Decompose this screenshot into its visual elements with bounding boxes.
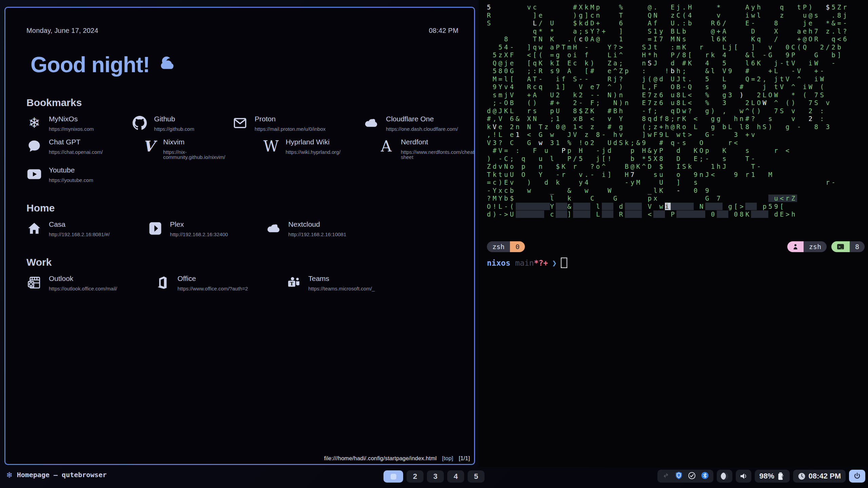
bookmark-title: Chat GPT xyxy=(49,138,103,145)
bookmark-title: Teams xyxy=(308,275,375,282)
bookmark-url: https://www.office.com/?auth=2 xyxy=(177,286,248,291)
matrix-row: ;-OB () #+ 2- F; N)n E7z6 u8L< % 3 2LOW … xyxy=(487,99,849,107)
date-label: Monday, June 17, 2024 xyxy=(26,27,98,35)
tile-row: Outlookhttps://outlook.office.com/mail/O… xyxy=(26,275,458,291)
nixos-icon: ❄ xyxy=(26,115,42,131)
matrix-row: Q@je [qK kI Ec k) Za; nSJ d #K 4 5 l6K j… xyxy=(487,59,849,67)
bookmark-title: Office xyxy=(177,275,248,282)
workspace-switcher: 2345 xyxy=(383,470,485,483)
svg-text:>_: >_ xyxy=(839,245,843,249)
section-title: Bookmarks xyxy=(26,97,458,108)
youtube-icon xyxy=(26,166,42,182)
matrix-row: =c)Ev ) d k y4 -yM U ] s r- xyxy=(487,179,849,187)
office-icon xyxy=(155,275,171,290)
bookmark-title: Casa xyxy=(49,221,110,228)
plex-icon xyxy=(147,221,163,236)
section-title: Home xyxy=(26,202,458,214)
volume-button[interactable] xyxy=(736,470,751,483)
clock-label: 08:42 PM xyxy=(809,472,841,481)
bookmark-sections: Bookmarks❄MyNixOshttps://mynixos.comGith… xyxy=(26,97,458,291)
section-home: HomeCasahttp://192.168.2.16:8081/#/Plexh… xyxy=(26,202,458,237)
qutebrowser-window: Monday, June 17, 2024 08:42 PM Good nigh… xyxy=(4,7,475,465)
check-circle-icon[interactable] xyxy=(688,472,696,481)
statusbar-scroll-position: [top] xyxy=(442,455,453,461)
taskbar-tray-area: 98% 08:42 PM xyxy=(657,470,865,483)
battery-status[interactable]: 98% xyxy=(755,470,790,483)
bookmark-github[interactable]: Githubhttps://github.com xyxy=(132,115,194,131)
bookmark-title: Youtube xyxy=(49,166,93,174)
matrix-row: -Yxcb w _ & w W _lK - 0 9 xyxy=(487,187,849,195)
workspace-button-3[interactable]: 3 xyxy=(427,470,444,483)
bookmark-url: http://192.168.2.16:32400 xyxy=(170,232,228,237)
bookmark-url: https://one.dash.cloudflare.com/ xyxy=(386,126,458,131)
terminal-tab-zsh[interactable]: zsh 0 xyxy=(487,241,525,252)
matrix-rain-output: 5 vc #XkMp % @. Ej.H * Ayh q tP) $5ZrR ]… xyxy=(487,3,849,219)
bookmark-title: MyNixOs xyxy=(49,115,94,122)
bluetooth-icon[interactable] xyxy=(701,471,709,481)
bookmark-title: Plex xyxy=(170,221,228,228)
font-a-icon: A xyxy=(378,138,394,154)
bookmark-nixvim[interactable]: VNixvimhttps://nix-community.github.io/n… xyxy=(141,138,225,160)
matrix-row: 8 TN K .(c0A@ 1 =I7 MNs l6K Kq / +@OR q<… xyxy=(487,35,849,43)
bookmark-title: Outlook xyxy=(49,275,117,282)
startpage: Monday, June 17, 2024 08:42 PM Good nigh… xyxy=(5,8,474,291)
terminal-cursor xyxy=(561,258,567,268)
workspace-button-5[interactable]: 5 xyxy=(468,470,485,483)
github-icon xyxy=(132,115,147,131)
moon-cloud-icon xyxy=(157,56,178,74)
bookmark-title: Github xyxy=(154,115,194,122)
bookmark-nerdfont[interactable]: ANerdfonthttps://www.nerdfonts.com/cheat… xyxy=(378,138,475,160)
terminal-status-right: zsh>_8 xyxy=(787,241,865,252)
house-icon xyxy=(26,221,42,236)
workspace-button-1[interactable] xyxy=(383,470,403,483)
clock-widget[interactable]: 08:42 PM xyxy=(793,470,846,483)
matrix-row: #V= : F u Pp H -jd p H&yP d KOp K s r < xyxy=(487,147,849,155)
night-light-toggle[interactable] xyxy=(717,470,732,483)
prompt-git-flags: *?+ xyxy=(534,259,548,267)
prompt-git-branch: main*?+ xyxy=(515,259,548,267)
greeting-text: Good night! xyxy=(31,52,150,77)
bookmark-chat-gpt[interactable]: Chat GPThttps://chat.openai.com/ xyxy=(26,138,103,155)
matrix-row: ) -C; q u l P/5 j[! b *5X8 D E;- s T- xyxy=(487,155,849,163)
bookmark-hyprland-wiki[interactable]: WHyprland Wikihttps://wiki.hyprland.org/ xyxy=(263,138,340,155)
statusbar-url: file:///home/hadi/.config/startpage/inde… xyxy=(324,455,437,461)
shell-prompt[interactable]: nixos main*?+ ❯ xyxy=(487,258,567,268)
matrix-row: R ]e )g]cn T QN zC(4 v iwl z u@s .8j xyxy=(487,12,849,20)
svg-text:T: T xyxy=(290,281,294,286)
bookmark-youtube[interactable]: Youtubehttps://youtube.com xyxy=(26,166,93,183)
qutebrowser-statusbar: file:///home/hadi/.config/startpage/inde… xyxy=(324,455,470,462)
bookmark-title: Nerdfont xyxy=(401,138,475,145)
bookmark-plex[interactable]: Plexhttp://192.168.2.16:32400 xyxy=(147,221,228,237)
bookmark-title: Hyprland Wiki xyxy=(285,138,340,145)
workspace-button-4[interactable]: 4 xyxy=(447,470,464,483)
bookmark-teams[interactable]: TTeamshttps://teams.microsoft.com/_ xyxy=(286,275,375,291)
matrix-row: ZdvNo p n $K r ?o^ B@K^D $ ISk 1hJ T- xyxy=(487,163,849,171)
status-pill-label: zsh xyxy=(804,241,827,252)
bookmark-nextcloud[interactable]: Nextcloudhttp://192.168.2.16:10081 xyxy=(266,221,346,237)
system-tray xyxy=(657,470,713,483)
power-button[interactable] xyxy=(849,470,865,483)
bookmark-url: https://mail.proton.me/u/0/inbox xyxy=(255,126,326,131)
matrix-row: 580G ;:R s9 A [# e^Zp : !bh; &l V9 # +L … xyxy=(487,67,849,75)
bookmark-url: http://192.168.2.16:10081 xyxy=(288,232,346,237)
shield-icon[interactable] xyxy=(675,471,683,481)
bookmark-office[interactable]: Officehttps://www.office.com/?auth=2 xyxy=(155,275,248,291)
matrix-row: ,!L e1 < G w JV z 8- hv ]wF9L wt> G- 3 +… xyxy=(487,131,849,139)
workspace-button-2[interactable]: 2 xyxy=(407,470,423,483)
cloud-icon xyxy=(266,221,281,236)
terminal-window: 5 vc #XkMp % @. Ej.H * Ayh q tP) $5ZrR ]… xyxy=(479,0,868,467)
bookmark-proton[interactable]: Protonhttps://mail.proton.me/u/0/inbox xyxy=(232,115,326,131)
kdeconnect-icon[interactable] xyxy=(662,472,670,481)
statusbar-tab-index: [1/1] xyxy=(459,455,470,461)
bookmark-mynixos[interactable]: ❄MyNixOshttps://mynixos.com xyxy=(26,115,94,131)
bookmark-url: https://mynixos.com xyxy=(49,126,94,131)
active-window-title: Homepage — qutebrowser xyxy=(17,471,107,479)
bookmark-url: https://nix-community.github.io/nixvim/ xyxy=(163,149,225,160)
matrix-row: 9Yv4 Rcq 1] V e7 ^ ) L,F OB-Q s 9 # j tV… xyxy=(487,83,849,91)
bookmark-outlook[interactable]: Outlookhttps://outlook.office.com/mail/ xyxy=(26,275,117,291)
tile-row: Youtubehttps://youtube.com xyxy=(26,166,458,183)
terminal-tab-bar: zsh 0 zsh>_8 xyxy=(487,241,865,252)
bookmark-casa[interactable]: Casahttp://192.168.2.16:8081/#/ xyxy=(26,221,110,237)
bookmark-cloudflare-one[interactable]: Cloudflare Onehttps://one.dash.cloudflar… xyxy=(363,115,458,131)
tab-index-badge: 0 xyxy=(510,241,525,252)
